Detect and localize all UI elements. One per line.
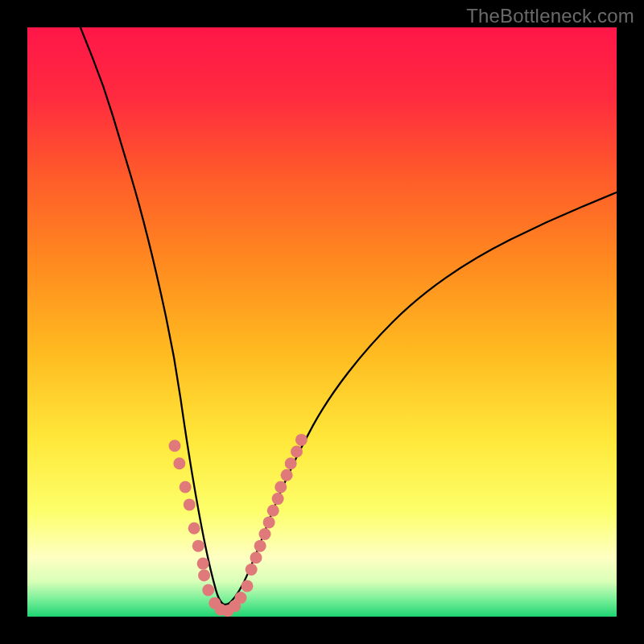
watermark-text: TheBottleneck.com xyxy=(466,5,634,27)
marker-dot xyxy=(254,540,266,552)
marker-dot xyxy=(258,528,270,540)
marker-dot xyxy=(275,481,287,493)
marker-dot xyxy=(281,469,293,481)
marker-dot xyxy=(267,505,279,517)
marker-dot xyxy=(188,522,200,535)
marker-dot xyxy=(202,584,214,597)
marker-dot xyxy=(242,580,254,592)
marker-dot xyxy=(246,564,258,576)
curve-svg xyxy=(27,27,617,617)
marker-dot xyxy=(197,558,209,570)
marker-dot xyxy=(295,434,308,446)
marker-dot xyxy=(173,457,185,469)
marker-dot xyxy=(169,440,181,452)
marker-dot xyxy=(285,457,297,469)
marker-dot xyxy=(234,592,246,604)
marker-dot xyxy=(198,569,210,581)
outer-frame: TheBottleneck.com xyxy=(0,0,644,644)
marker-dot xyxy=(291,446,303,458)
marker-dot xyxy=(180,481,192,493)
marker-dot xyxy=(192,540,204,552)
plot-area xyxy=(27,27,617,617)
marker-dot xyxy=(250,551,262,564)
bottleneck-curve xyxy=(80,27,617,605)
marker-dot xyxy=(272,493,284,505)
marker-dot xyxy=(184,498,196,510)
marker-dot xyxy=(263,516,275,528)
